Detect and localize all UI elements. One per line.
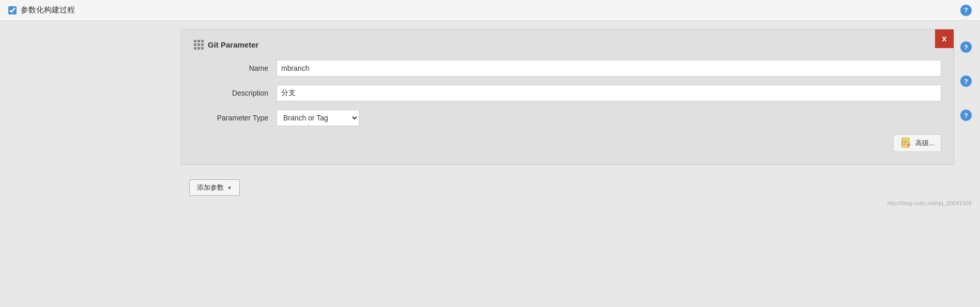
description-label: Description <box>194 89 277 97</box>
topbar-help-icon[interactable]: ? <box>960 5 972 16</box>
svg-rect-3 <box>901 144 903 145</box>
bottom-bar: 添加参数 ▼ <box>181 173 954 202</box>
parameterize-checkbox[interactable] <box>8 6 17 14</box>
top-bar-title: 参数化构建过程 <box>8 5 75 15</box>
watermark: http://blog.csdn.net/qq_20041568 <box>887 200 972 206</box>
panel-title: Git Parameter <box>194 40 941 50</box>
right-help-icons: ? ? ? <box>960 41 972 121</box>
main-content: x Git Parameter Name Description <box>0 21 980 210</box>
page-wrapper: 参数化构建过程 ? x Git Parameter Name <box>0 0 980 307</box>
top-bar: 参数化构建过程 ? <box>0 0 980 21</box>
parameter-type-row: Parameter Type Branch or Tag Branch Tag … <box>194 110 941 126</box>
dropdown-arrow-icon: ▼ <box>227 185 232 191</box>
advanced-row: 高级... <box>194 134 941 152</box>
panel-title-text: Git Parameter <box>208 40 258 49</box>
notebook-icon <box>900 137 912 149</box>
description-row: Description <box>194 85 941 101</box>
help-icon-1[interactable]: ? <box>960 41 972 53</box>
advanced-button-label: 高级... <box>915 139 935 148</box>
parameter-type-label: Parameter Type <box>194 114 277 122</box>
parameter-type-select[interactable]: Branch or Tag Branch Tag Revision <box>277 110 359 126</box>
svg-rect-2 <box>901 142 903 143</box>
panel-close-button[interactable]: x <box>935 29 954 48</box>
add-param-label: 添加参数 <box>197 183 224 192</box>
svg-rect-1 <box>901 140 903 141</box>
name-input[interactable] <box>277 60 941 76</box>
grid-icon <box>194 40 204 50</box>
add-param-button[interactable]: 添加参数 ▼ <box>189 179 240 196</box>
name-label: Name <box>194 64 277 72</box>
git-parameter-panel: x Git Parameter Name Description <box>181 29 954 165</box>
name-row: Name <box>194 60 941 76</box>
advanced-button[interactable]: 高级... <box>893 134 941 152</box>
help-icon-2[interactable]: ? <box>960 75 972 87</box>
description-input[interactable] <box>277 85 941 101</box>
help-icon-3[interactable]: ? <box>960 110 972 121</box>
parameterize-label: 参数化构建过程 <box>21 5 75 15</box>
